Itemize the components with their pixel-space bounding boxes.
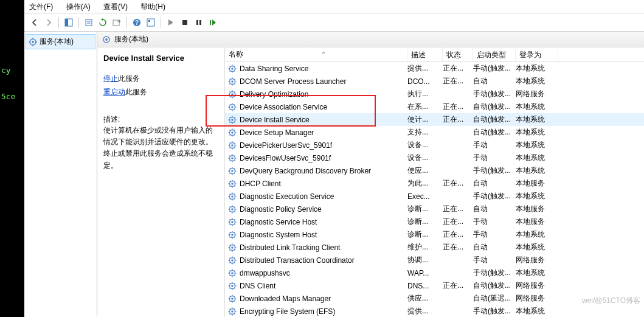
table-row[interactable]: Distributed Transaction Coordinator协调...… bbox=[225, 254, 644, 266]
table-row[interactable]: Delivery Optimization执行...手动(触发...网络服务 bbox=[225, 88, 644, 100]
cell-start: 自动(延迟... bbox=[473, 293, 516, 304]
col-start[interactable]: 启动类型 bbox=[473, 47, 516, 61]
table-row[interactable]: Diagnostic Policy Service诊断...正在...自动本地服… bbox=[225, 203, 644, 215]
toolbar: ? bbox=[24, 13, 644, 32]
show-hide-tree-button[interactable] bbox=[62, 16, 75, 29]
cell-logon: 本地服务 bbox=[516, 178, 558, 189]
cell-start: 手动 bbox=[473, 153, 516, 163]
cell-logon: 网络服务 bbox=[516, 255, 558, 265]
tree-item-services[interactable]: 服务(本地) bbox=[26, 34, 95, 49]
description-text: 使计算机在极少或没有用户输入的情况下能识别并适应硬件的更改。终止或禁用此服务会造… bbox=[103, 125, 218, 172]
restart-service-link[interactable]: 重启动 bbox=[103, 88, 125, 96]
table-row[interactable]: DevQuery Background Discovery Broker使应..… bbox=[225, 164, 644, 177]
svg-line-90 bbox=[234, 142, 235, 144]
col-desc[interactable]: 描述 bbox=[407, 47, 443, 61]
table-row[interactable]: Downloaded Maps Manager供应...自动(延迟...网络服务 bbox=[225, 292, 644, 305]
table-row[interactable]: DCOM Server Process LauncherDCO...正在...自… bbox=[225, 75, 644, 88]
terminal-strip: cy 5ce bbox=[0, 0, 24, 317]
cell-name: Downloaded Maps Manager bbox=[240, 294, 407, 303]
menu-file[interactable]: 文件(F) bbox=[29, 2, 53, 11]
svg-point-143 bbox=[231, 221, 234, 223]
table-row[interactable]: Diagnostic System Host诊断...正在...手动本地系统 bbox=[225, 228, 644, 241]
cell-logon: 本地服务 bbox=[516, 217, 558, 227]
view-button[interactable] bbox=[144, 16, 158, 29]
table-row[interactable]: DNS ClientDNS...正在...自动(触发...网络服务 bbox=[225, 279, 644, 292]
svg-point-23 bbox=[231, 68, 234, 70]
cell-name: Diagnostic System Host bbox=[240, 231, 407, 239]
svg-rect-5 bbox=[113, 20, 119, 26]
export-button[interactable] bbox=[110, 16, 123, 29]
help-button[interactable]: ? bbox=[130, 16, 144, 29]
svg-line-169 bbox=[234, 249, 235, 251]
restart-service-button[interactable] bbox=[206, 16, 220, 29]
svg-line-149 bbox=[234, 224, 235, 225]
col-logon[interactable]: 登录为 bbox=[516, 47, 558, 61]
svg-line-198 bbox=[230, 283, 231, 284]
table-row[interactable]: Device Association Service在系...正在...自动(触… bbox=[225, 100, 644, 113]
cell-start: 手动 bbox=[473, 140, 516, 150]
svg-point-123 bbox=[231, 195, 234, 198]
svg-line-178 bbox=[230, 257, 231, 259]
cell-name: Delivery Optimization bbox=[240, 90, 407, 99]
svg-point-21 bbox=[105, 38, 108, 41]
table-row[interactable]: Diagnostic Execution ServiceExec...手动(触发… bbox=[225, 190, 644, 203]
separator bbox=[161, 17, 161, 28]
gear-icon bbox=[227, 115, 237, 125]
menu-view[interactable]: 查看(V) bbox=[103, 2, 128, 11]
svg-line-210 bbox=[234, 296, 235, 297]
cell-desc: 诊断... bbox=[407, 204, 443, 214]
table-row[interactable]: DHCP Client为此...正在...自动本地服务 bbox=[225, 177, 644, 190]
cell-name: DevicePickerUserSvc_5901f bbox=[240, 141, 407, 150]
properties-button[interactable] bbox=[82, 16, 95, 29]
separator bbox=[78, 17, 79, 28]
svg-point-193 bbox=[231, 285, 234, 287]
svg-line-61 bbox=[230, 109, 231, 110]
svg-rect-11 bbox=[196, 20, 198, 25]
cell-desc: 协调... bbox=[407, 255, 443, 265]
right-header: 服务(本地) bbox=[97, 32, 644, 47]
table-row[interactable]: dmwappushsvcWAP...手动(触发...本地系统 bbox=[225, 266, 644, 279]
table-row[interactable]: Diagnostic Service Host诊断...正在...手动本地服务 bbox=[225, 215, 644, 228]
table-row[interactable]: Device Setup Manager支持...自动(触发...本地系统 bbox=[225, 126, 644, 139]
refresh-button[interactable] bbox=[96, 16, 109, 29]
table-row[interactable]: Distributed Link Tracking Client维护...正在.… bbox=[225, 241, 644, 254]
pause-service-button[interactable] bbox=[192, 16, 206, 29]
gear-icon bbox=[227, 256, 237, 265]
svg-line-201 bbox=[230, 288, 231, 289]
menu-action[interactable]: 操作(A) bbox=[66, 2, 91, 11]
svg-line-69 bbox=[234, 122, 235, 123]
svg-line-121 bbox=[230, 186, 231, 187]
cell-status: 正在... bbox=[443, 217, 473, 227]
start-service-button[interactable] bbox=[164, 16, 178, 29]
table-row[interactable]: Data Sharing Service提供...正在...手动(触发...本地… bbox=[225, 62, 644, 75]
col-name[interactable]: 名称⌃ bbox=[225, 47, 407, 61]
col-status[interactable]: 状态 bbox=[443, 47, 473, 61]
stop-service-link[interactable]: 停止 bbox=[103, 74, 118, 83]
svg-line-41 bbox=[230, 83, 231, 85]
svg-line-170 bbox=[234, 245, 235, 246]
menu-help[interactable]: 帮助(H) bbox=[140, 2, 165, 11]
svg-line-70 bbox=[234, 117, 235, 118]
right-header-title: 服务(本地) bbox=[114, 34, 148, 44]
svg-line-59 bbox=[234, 109, 235, 110]
cell-desc: DNS... bbox=[407, 282, 443, 290]
sort-asc-icon: ⌃ bbox=[243, 51, 403, 59]
selected-service-name: Device Install Service bbox=[103, 54, 218, 63]
svg-line-158 bbox=[230, 232, 231, 233]
back-button[interactable] bbox=[28, 16, 41, 29]
gear-icon bbox=[29, 38, 37, 46]
svg-line-68 bbox=[230, 117, 231, 118]
svg-point-63 bbox=[231, 119, 234, 121]
table-row[interactable]: Encrypting File System (EFS)提供...手动(触发..… bbox=[225, 305, 644, 317]
stop-service-button[interactable] bbox=[178, 16, 192, 29]
svg-line-71 bbox=[230, 122, 231, 123]
gear-icon bbox=[227, 141, 237, 150]
table-row[interactable]: DevicePickerUserSvc_5901f设备...手动本地系统 bbox=[225, 139, 644, 152]
forward-button[interactable] bbox=[42, 16, 55, 29]
table-row[interactable]: Device Install Service使计...正在...自动(触发...… bbox=[225, 113, 644, 126]
svg-point-43 bbox=[231, 93, 234, 96]
table-row[interactable]: DevicesFlowUserSvc_5901f设备...手动本地系统 bbox=[225, 152, 644, 164]
gear-icon bbox=[227, 77, 237, 86]
svg-point-153 bbox=[231, 234, 234, 236]
cell-status: 正在... bbox=[443, 242, 473, 253]
